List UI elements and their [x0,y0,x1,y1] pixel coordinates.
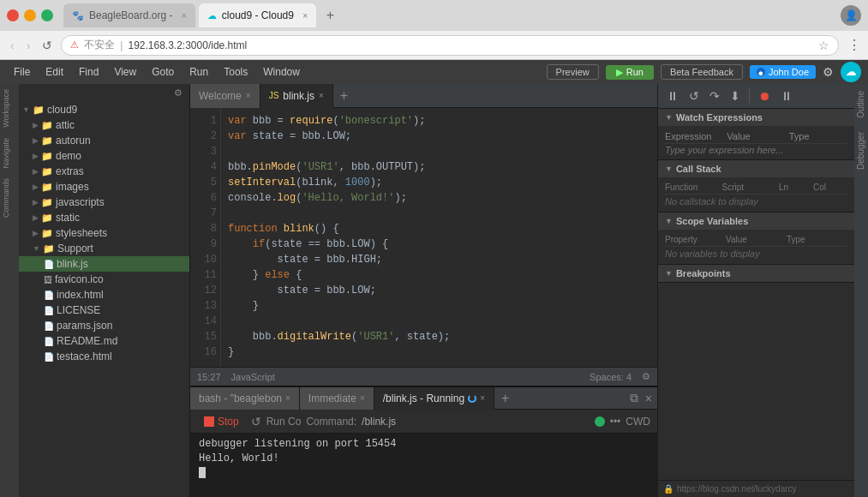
tab-bar: 🐾 BeagleBoard.org - × ☁ cloud9 - Cloud9 … [0,0,868,31]
commands-label[interactable]: Commands [0,173,19,223]
address-text[interactable]: 192.168.3.2:3000/ide.html [128,39,813,51]
tab-close-2[interactable]: × [302,10,308,21]
debug-record-btn[interactable]: ⏺ [755,87,774,105]
john-doe-btn[interactable]: ● John Doe [750,65,816,79]
browser-menu-btn[interactable]: ⋮ [847,37,861,53]
sidebar-item-stylesheets[interactable]: ▶ 📁 stylesheets [19,225,189,241]
sidebar-item-extras[interactable]: ▶ 📁 extras [19,164,189,179]
tab-welcome-close[interactable]: × [246,91,251,100]
watch-expressions-body: Expression Value Type [658,126,854,159]
tab-beagleboard[interactable]: 🐾 BeagleBoard.org - × [63,3,195,27]
sidebar-item-autorun[interactable]: ▶ 📁 autorun [19,133,189,148]
back-btn[interactable]: ‹ [7,37,18,54]
language-label[interactable]: JavaScript [231,372,275,382]
tab-welcome[interactable]: Welcome × [190,84,260,108]
file-icon-blinkjs: 📄 [44,260,54,269]
popout-btn[interactable]: ⧉ [628,389,640,407]
stop-btn[interactable]: Stop [197,414,246,429]
settings-btn[interactable]: ⚙ [823,65,834,79]
tab-close-1[interactable]: × [181,10,186,21]
breakpoints-header[interactable]: ▼ Breakpoints [658,265,854,282]
debug-pause-btn[interactable]: ⏸ [663,87,682,105]
menu-window[interactable]: Window [256,63,307,81]
cwd-btn[interactable]: CWD [626,416,650,428]
terminal-output[interactable]: debugger listening on port 15454 Hello, … [190,434,657,497]
bottom-tab-add[interactable]: + [494,391,516,406]
menu-file[interactable]: File [7,63,37,81]
tab-running-close[interactable]: × [480,393,485,403]
profile-btn[interactable]: 👤 [841,5,861,26]
terminal-menu-btn[interactable]: ••• [610,416,621,428]
debug-pause2-btn[interactable]: ⏸ [777,87,796,105]
menu-goto[interactable]: Goto [145,63,181,81]
cloud9-logo[interactable]: ☁ [841,62,861,82]
tab-running[interactable]: /blink.js - Running × [374,387,494,410]
code-content[interactable]: var bbb = require('bonescript'); var sta… [221,108,657,367]
folder-icon-js: 📁 [41,197,53,208]
tab-immediate-close[interactable]: × [360,393,365,403]
cmd-value: /blink.js [362,416,396,428]
minimize-window-btn[interactable] [24,9,36,21]
menu-edit[interactable]: Edit [39,63,70,81]
settings-icon[interactable]: ⚙ [642,371,650,382]
workspace-label[interactable]: Workspace [0,84,19,133]
file-icon-html: 📄 [44,290,54,300]
close-window-btn[interactable] [7,9,19,21]
navigate-label[interactable]: Navigate [0,133,19,174]
preview-btn[interactable]: Preview [547,64,599,80]
sidebar-item-javascripts[interactable]: ▶ 📁 javascripts [19,195,189,210]
beta-btn[interactable]: Beta Feedback [661,64,743,80]
sidebar-item-testace[interactable]: 📄 testace.html [19,349,189,364]
tab-bash[interactable]: bash - "beaglebon × [190,387,300,410]
ln10: 10 [194,252,217,267]
run-btn[interactable]: ▶ Run [606,65,654,80]
sidebar-item-blinkjs[interactable]: 📄 blink.js [19,256,189,272]
ln4: 4 [194,159,217,175]
sidebar-item-params[interactable]: 📄 params.json [19,318,189,333]
menu-run[interactable]: Run [183,63,215,81]
spaces-label[interactable]: Spaces: 4 [590,372,632,382]
close-panel-btn[interactable]: × [644,390,654,407]
tab-bash-close[interactable]: × [285,393,290,403]
sidebar-item-attic[interactable]: ▶ 📁 attic [19,117,189,133]
sidebar-item-images[interactable]: ▶ 📁 images [19,179,189,195]
runcmd-btn[interactable]: Run Co [266,416,302,428]
debugger-label[interactable]: Debugger [854,125,868,177]
reload-process-btn[interactable]: ↺ [251,415,261,428]
watch-expressions-header[interactable]: ▼ Watch Expressions [658,109,854,126]
menu-find[interactable]: Find [72,63,105,81]
new-tab-btn[interactable]: + [320,5,340,26]
outline-label[interactable]: Outline [854,84,868,125]
debug-step-over-btn[interactable]: ↷ [706,87,723,105]
tree-root[interactable]: ▼ 📁 cloud9 [19,102,189,117]
menu-view[interactable]: View [107,63,143,81]
scope-header[interactable]: ▼ Scope Variables [658,213,854,230]
forward-btn[interactable]: › [23,37,34,54]
bookmark-btn[interactable]: ☆ [818,39,829,52]
sidebar-item-support[interactable]: ▼ 📁 Support [19,241,189,256]
tab-blinkjs[interactable]: JS blink.js × [260,84,333,108]
debug-step-into-btn[interactable]: ⬇ [727,87,744,105]
terminal-cursor [199,467,206,478]
menu-tools[interactable]: Tools [217,63,254,81]
debug-resume-btn[interactable]: ↺ [685,87,703,105]
call-stack-header[interactable]: ▼ Call Stack [658,160,854,177]
sidebar-item-favicon[interactable]: 🖼 favicon.ico [19,272,189,287]
tab-cloud9[interactable]: ☁ cloud9 - Cloud9 × [199,3,317,27]
sidebar-item-license[interactable]: 📄 LICENSE [19,302,189,318]
tab-immediate[interactable]: Immediate × [300,387,374,410]
sidebar-item-demo[interactable]: ▶ 📁 demo [19,148,189,164]
maximize-window-btn[interactable] [41,9,53,21]
sidebar-item-indexhtml[interactable]: 📄 index.html [19,287,189,302]
terminal-cursor-line [199,466,649,481]
tab-blinkjs-close[interactable]: × [319,91,324,100]
tab-add-btn[interactable]: + [333,88,355,104]
reload-btn[interactable]: ↺ [39,37,56,54]
ln9: 9 [194,237,217,252]
sidebar-item-static[interactable]: ▶ 📁 static [19,210,189,225]
sidebar-item-readme[interactable]: 📄 README.md [19,333,189,349]
run-play-icon: ▶ [616,67,623,78]
watch-input[interactable] [665,145,847,155]
tree-settings-icon[interactable]: ⚙ [174,87,183,99]
status-right: Spaces: 4 ⚙ [590,371,650,382]
